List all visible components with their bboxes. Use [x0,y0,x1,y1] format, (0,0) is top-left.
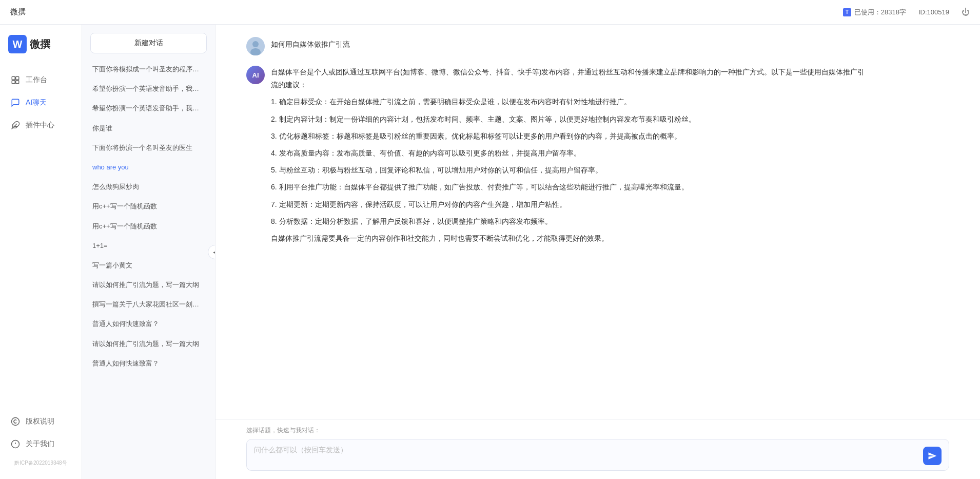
sidebar: W 微撰 工作台 AI聊天 [0,25,82,479]
history-item[interactable]: 希望你扮演一个英语发音助手，我提供给你... [82,99,215,118]
user-avatar [246,37,265,55]
history-item[interactable]: 撰写一篇关于八大家花园社区一刻钟便民生... [82,295,215,314]
chat-input[interactable] [254,445,919,465]
ai-message-content: 自媒体平台是个人或团队通过互联网平台(如博客、微博、微信公众号、抖音、快手等)发… [271,66,869,249]
new-chat-button[interactable]: 新建对话 [90,33,207,53]
chat-messages: 如何用自媒体做推广引流 AI 自媒体平台是个人或团队通过互联网平台(如博客、微博… [215,25,980,419]
svg-rect-0 [12,76,15,80]
plugins-icon [10,120,21,130]
history-item[interactable]: 希望你扮演一个英语发音助手，我提供给你... [82,79,215,99]
history-item[interactable]: who are you [82,158,215,177]
history-item[interactable]: 请以如何推广引流为题，写一篇大纲 [82,275,215,295]
icp-text: 黔ICP备2022019348号 [0,455,82,471]
sidebar-bottom: 版权说明 关于我们 黔ICP备2022019348号 [0,410,82,479]
history-item[interactable]: 请以如何推广引流为题，写一篇大纲 [82,334,215,354]
history-item[interactable]: 用c++写一个随机函数 [82,197,215,216]
ai-chat-icon [10,98,21,108]
workbench-label: 工作台 [26,75,47,85]
plugins-label: 插件中心 [26,121,54,130]
svg-point-11 [252,41,259,47]
about-label: 关于我们 [26,439,54,449]
history-panel: 新建对话 下面你将模拟成一个叫圣友的程序员，我说...希望你扮演一个英语发音助手… [82,25,215,479]
usage-icon: T [843,8,851,16]
history-item[interactable]: 1+1= [82,236,215,256]
svg-rect-1 [16,76,19,80]
sidebar-item-plugins[interactable]: 插件中心 [0,114,82,137]
workbench-icon [10,75,21,85]
quick-topics-label: 选择话题，快速与我对话： [246,426,949,435]
topbar-title: 微撰 [10,7,843,17]
usage-info: T 已使用：28318字 [843,8,906,17]
svg-rect-2 [12,81,15,84]
logo-icon: W [8,35,27,53]
about-icon [10,439,21,449]
history-item[interactable]: 用c++写一个随机函数 [82,217,215,236]
logo: W 微撰 [0,35,82,53]
topbar-right: T 已使用：28318字 ID:100519 ⏻ [843,8,970,17]
input-area [246,439,949,471]
ai-avatar: AI [246,66,265,84]
history-item[interactable]: 下面你将模拟成一个叫圣友的程序员，我说... [82,60,215,79]
main-layout: W 微撰 工作台 AI聊天 [0,25,980,479]
chat-area: 如何用自媒体做推广引流 AI 自媒体平台是个人或团队通过互联网平台(如博客、微博… [215,25,980,479]
history-item[interactable]: 普通人如何快速致富？ [82,354,215,373]
user-message-content: 如何用自媒体做推广引流 [271,37,350,49]
sidebar-item-workbench[interactable]: 工作台 [0,69,82,91]
logo-text: 微撰 [30,37,50,51]
topbar: 微撰 T 已使用：28318字 ID:100519 ⏻ [0,0,980,25]
history-item[interactable]: 下面你将扮演一个名叫圣友的医生 [82,138,215,158]
usage-label: 已使用：28318字 [854,8,906,17]
history-item[interactable]: 怎么做狗屎炒肉 [82,177,215,197]
svg-rect-3 [16,81,19,84]
send-button[interactable] [923,447,942,465]
history-list: 下面你将模拟成一个叫圣友的程序员，我说...希望你扮演一个英语发音助手，我提供给… [82,60,215,479]
history-item[interactable]: 写一篇小黄文 [82,256,215,275]
sidebar-item-about[interactable]: 关于我们 [0,433,82,455]
chat-bottom: 选择话题，快速与我对话： [215,419,980,479]
logout-button[interactable]: ⏻ [962,8,970,17]
sidebar-item-ai-chat[interactable]: AI聊天 [0,91,82,114]
history-item[interactable]: 你是谁 [82,119,215,138]
sidebar-item-copyright[interactable]: 版权说明 [0,410,82,433]
ai-message: AI 自媒体平台是个人或团队通过互联网平台(如博客、微博、微信公众号、抖音、快手… [246,66,949,249]
copyright-icon [10,416,21,427]
svg-point-6 [12,418,19,426]
id-label: ID:100519 [918,8,949,16]
user-message: 如何用自媒体做推广引流 [246,37,949,55]
ai-chat-label: AI聊天 [26,98,47,107]
copyright-label: 版权说明 [26,417,54,426]
history-item[interactable]: 普通人如何快速致富？ [82,314,215,334]
